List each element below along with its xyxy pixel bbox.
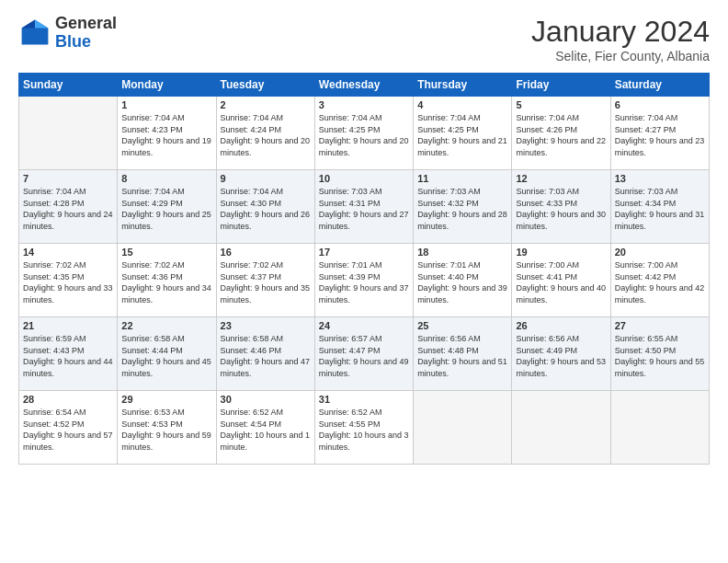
day-number: 10	[319, 173, 409, 184]
day-number: 23	[221, 320, 311, 331]
day-info: Sunrise: 6:57 AMSunset: 4:47 PMDaylight:…	[319, 333, 409, 379]
day-cell: 10 Sunrise: 7:03 AMSunset: 4:31 PMDaylig…	[314, 170, 413, 244]
day-info: Sunrise: 7:01 AMSunset: 4:39 PMDaylight:…	[319, 259, 409, 305]
day-number: 28	[23, 394, 113, 405]
day-cell	[19, 97, 118, 170]
calendar-table: SundayMondayTuesdayWednesdayThursdayFrid…	[18, 73, 710, 465]
day-cell: 9 Sunrise: 7:04 AMSunset: 4:30 PMDayligh…	[216, 170, 314, 244]
logo-icon	[18, 17, 51, 50]
day-cell: 3 Sunrise: 7:04 AMSunset: 4:25 PMDayligh…	[314, 97, 413, 170]
day-cell: 16 Sunrise: 7:02 AMSunset: 4:37 PMDaylig…	[216, 244, 314, 317]
header: General Blue January 2024 Selite, Fier C…	[18, 15, 710, 63]
day-cell: 12 Sunrise: 7:03 AMSunset: 4:33 PMDaylig…	[512, 170, 610, 244]
title-block: January 2024 Selite, Fier County, Albani…	[531, 15, 710, 63]
day-cell: 6 Sunrise: 7:04 AMSunset: 4:27 PMDayligh…	[610, 97, 709, 170]
day-info: Sunrise: 6:54 AMSunset: 4:52 PMDaylight:…	[23, 407, 113, 453]
day-cell: 27 Sunrise: 6:55 AMSunset: 4:50 PMDaylig…	[610, 317, 709, 391]
day-info: Sunrise: 7:00 AMSunset: 4:41 PMDaylight:…	[516, 259, 606, 305]
day-number: 2	[221, 99, 311, 110]
day-number: 9	[221, 173, 311, 184]
day-cell: 25 Sunrise: 6:56 AMSunset: 4:48 PMDaylig…	[414, 317, 512, 391]
day-header-monday: Monday	[118, 74, 216, 97]
day-cell: 15 Sunrise: 7:02 AMSunset: 4:36 PMDaylig…	[118, 244, 216, 317]
day-info: Sunrise: 7:04 AMSunset: 4:27 PMDaylight:…	[615, 112, 705, 158]
day-info: Sunrise: 6:52 AMSunset: 4:55 PMDaylight:…	[319, 407, 409, 453]
day-cell: 22 Sunrise: 6:58 AMSunset: 4:44 PMDaylig…	[118, 317, 216, 391]
day-number: 11	[417, 173, 507, 184]
day-cell: 14 Sunrise: 7:02 AMSunset: 4:35 PMDaylig…	[19, 244, 118, 317]
day-number: 26	[516, 320, 606, 331]
day-number: 18	[417, 247, 507, 258]
day-info: Sunrise: 7:02 AMSunset: 4:35 PMDaylight:…	[23, 259, 113, 305]
day-info: Sunrise: 7:03 AMSunset: 4:34 PMDaylight:…	[615, 186, 705, 232]
day-number: 4	[417, 99, 507, 110]
day-cell: 5 Sunrise: 7:04 AMSunset: 4:26 PMDayligh…	[512, 97, 610, 170]
day-info: Sunrise: 7:04 AMSunset: 4:29 PMDaylight:…	[121, 186, 211, 232]
day-info: Sunrise: 7:02 AMSunset: 4:37 PMDaylight:…	[221, 259, 311, 305]
day-info: Sunrise: 6:56 AMSunset: 4:48 PMDaylight:…	[417, 333, 507, 379]
day-number: 8	[121, 173, 211, 184]
day-number: 13	[615, 173, 705, 184]
day-number: 6	[615, 99, 705, 110]
day-info: Sunrise: 7:03 AMSunset: 4:32 PMDaylight:…	[417, 186, 507, 232]
day-cell	[512, 391, 610, 465]
month-title: January 2024	[531, 15, 710, 49]
day-cell: 30 Sunrise: 6:52 AMSunset: 4:54 PMDaylig…	[216, 391, 314, 465]
day-cell: 24 Sunrise: 6:57 AMSunset: 4:47 PMDaylig…	[314, 317, 413, 391]
day-number: 30	[221, 394, 311, 405]
day-cell: 28 Sunrise: 6:54 AMSunset: 4:52 PMDaylig…	[19, 391, 118, 465]
day-number: 14	[23, 247, 113, 258]
day-number: 29	[121, 394, 211, 405]
day-header-wednesday: Wednesday	[314, 74, 413, 97]
day-info: Sunrise: 7:01 AMSunset: 4:40 PMDaylight:…	[417, 259, 507, 305]
day-number: 19	[516, 247, 606, 258]
day-info: Sunrise: 6:58 AMSunset: 4:44 PMDaylight:…	[121, 333, 211, 379]
day-cell: 26 Sunrise: 6:56 AMSunset: 4:49 PMDaylig…	[512, 317, 610, 391]
day-number: 24	[319, 320, 409, 331]
day-cell: 23 Sunrise: 6:58 AMSunset: 4:46 PMDaylig…	[216, 317, 314, 391]
day-number: 15	[121, 247, 211, 258]
day-info: Sunrise: 7:04 AMSunset: 4:30 PMDaylight:…	[221, 186, 311, 232]
day-number: 12	[516, 173, 606, 184]
header-row: SundayMondayTuesdayWednesdayThursdayFrid…	[19, 74, 710, 97]
week-row-4: 21 Sunrise: 6:59 AMSunset: 4:43 PMDaylig…	[19, 317, 710, 391]
day-cell: 18 Sunrise: 7:01 AMSunset: 4:40 PMDaylig…	[414, 244, 512, 317]
day-info: Sunrise: 7:02 AMSunset: 4:36 PMDaylight:…	[121, 259, 211, 305]
svg-marker-1	[35, 19, 48, 28]
day-cell: 13 Sunrise: 7:03 AMSunset: 4:34 PMDaylig…	[610, 170, 709, 244]
day-info: Sunrise: 7:04 AMSunset: 4:26 PMDaylight:…	[516, 112, 606, 158]
day-number: 31	[319, 394, 409, 405]
day-cell: 29 Sunrise: 6:53 AMSunset: 4:53 PMDaylig…	[118, 391, 216, 465]
day-info: Sunrise: 6:52 AMSunset: 4:54 PMDaylight:…	[221, 407, 311, 453]
day-info: Sunrise: 7:00 AMSunset: 4:42 PMDaylight:…	[615, 259, 705, 305]
day-cell: 17 Sunrise: 7:01 AMSunset: 4:39 PMDaylig…	[314, 244, 413, 317]
day-cell: 19 Sunrise: 7:00 AMSunset: 4:41 PMDaylig…	[512, 244, 610, 317]
day-cell: 1 Sunrise: 7:04 AMSunset: 4:23 PMDayligh…	[118, 97, 216, 170]
week-row-5: 28 Sunrise: 6:54 AMSunset: 4:52 PMDaylig…	[19, 391, 710, 465]
day-number: 21	[23, 320, 113, 331]
day-cell: 20 Sunrise: 7:00 AMSunset: 4:42 PMDaylig…	[610, 244, 709, 317]
day-number: 22	[121, 320, 211, 331]
week-row-1: 1 Sunrise: 7:04 AMSunset: 4:23 PMDayligh…	[19, 97, 710, 170]
day-info: Sunrise: 6:58 AMSunset: 4:46 PMDaylight:…	[221, 333, 311, 379]
day-info: Sunrise: 6:59 AMSunset: 4:43 PMDaylight:…	[23, 333, 113, 379]
day-header-thursday: Thursday	[414, 74, 512, 97]
day-number: 27	[615, 320, 705, 331]
day-cell	[610, 391, 709, 465]
day-header-tuesday: Tuesday	[216, 74, 314, 97]
day-cell	[414, 391, 512, 465]
day-number: 17	[319, 247, 409, 258]
day-info: Sunrise: 7:03 AMSunset: 4:33 PMDaylight:…	[516, 186, 606, 232]
day-info: Sunrise: 7:03 AMSunset: 4:31 PMDaylight:…	[319, 186, 409, 232]
day-header-saturday: Saturday	[610, 74, 709, 97]
day-info: Sunrise: 7:04 AMSunset: 4:25 PMDaylight:…	[319, 112, 409, 158]
calendar-page: General Blue January 2024 Selite, Fier C…	[0, 0, 728, 563]
day-number: 20	[615, 247, 705, 258]
logo-text: General Blue	[55, 15, 117, 52]
day-number: 16	[221, 247, 311, 258]
day-cell: 7 Sunrise: 7:04 AMSunset: 4:28 PMDayligh…	[19, 170, 118, 244]
day-cell: 11 Sunrise: 7:03 AMSunset: 4:32 PMDaylig…	[414, 170, 512, 244]
week-row-2: 7 Sunrise: 7:04 AMSunset: 4:28 PMDayligh…	[19, 170, 710, 244]
svg-marker-2	[22, 19, 35, 28]
day-info: Sunrise: 7:04 AMSunset: 4:25 PMDaylight:…	[417, 112, 507, 158]
